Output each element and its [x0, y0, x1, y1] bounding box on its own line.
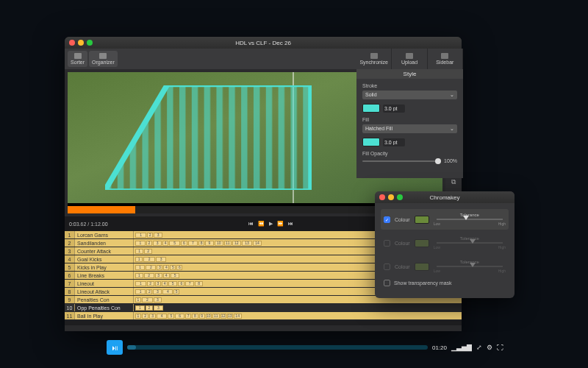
- colour-swatch[interactable]: [415, 216, 429, 224]
- enable-checkbox[interactable]: [384, 263, 390, 270]
- clip[interactable]: 1: [135, 289, 146, 294]
- clip[interactable]: 1: [135, 233, 146, 238]
- clip[interactable]: 3: [157, 265, 162, 270]
- row-label[interactable]: Goal Kicks: [75, 255, 134, 263]
- clip[interactable]: 2: [144, 249, 152, 254]
- clip[interactable]: 13: [242, 241, 252, 246]
- clip[interactable]: 2: [146, 265, 156, 270]
- close-icon[interactable]: [69, 40, 75, 46]
- tolerance-slider[interactable]: [437, 242, 503, 244]
- style-subtab[interactable]: Style: [356, 69, 463, 79]
- clip[interactable]: 3: [154, 297, 162, 302]
- fullscreen-icon[interactable]: ⤢: [476, 344, 482, 351]
- colour-swatch[interactable]: [415, 239, 429, 247]
- clip[interactable]: 6: [176, 265, 182, 270]
- row-track[interactable]: 1234567891011121314: [134, 312, 462, 319]
- row-label[interactable]: Counter Attack: [75, 247, 134, 255]
- stroke-mode-select[interactable]: Solid: [362, 91, 457, 99]
- clip[interactable]: 2: [144, 273, 154, 278]
- row-label[interactable]: Opp Penalties Con: [75, 304, 134, 311]
- clip[interactable]: 2: [146, 289, 152, 294]
- clip[interactable]: 13: [227, 314, 233, 319]
- clip[interactable]: 1: [135, 249, 143, 254]
- clip[interactable]: 1: [135, 305, 145, 311]
- clip[interactable]: 4: [163, 273, 170, 278]
- row-label[interactable]: Kicks in Play: [75, 263, 134, 271]
- clip[interactable]: 3: [149, 314, 156, 319]
- clip[interactable]: 5: [170, 265, 176, 270]
- enable-checkbox[interactable]: [384, 240, 390, 247]
- clip[interactable]: 5: [168, 314, 174, 319]
- fill-width-input[interactable]: [383, 138, 405, 146]
- upload-tab[interactable]: Upload: [392, 49, 427, 69]
- zoom-icon[interactable]: [87, 40, 93, 46]
- stroke-width-input[interactable]: [383, 105, 405, 113]
- row-label[interactable]: Lineout: [75, 280, 134, 287]
- row-label[interactable]: Lorcan Gams: [75, 231, 134, 238]
- clip[interactable]: 4: [162, 289, 173, 294]
- sorter-button[interactable]: Sorter: [68, 51, 87, 67]
- clip[interactable]: 6: [181, 241, 187, 246]
- annotation-polygon[interactable]: [105, 85, 312, 190]
- clip[interactable]: 12: [220, 314, 226, 319]
- close-icon[interactable]: [379, 194, 385, 200]
- clip[interactable]: 4: [162, 281, 168, 286]
- clip[interactable]: 3: [154, 233, 162, 238]
- clip[interactable]: 4: [163, 265, 169, 270]
- clip[interactable]: 3: [155, 273, 162, 278]
- clip[interactable]: 4: [162, 241, 168, 246]
- timeline-row[interactable]: 10Opp Penalties Con123: [65, 304, 462, 312]
- clip[interactable]: 8: [198, 241, 204, 246]
- minimize-icon[interactable]: [388, 194, 394, 200]
- clip[interactable]: 3: [154, 305, 162, 311]
- clip[interactable]: 10: [206, 314, 212, 319]
- clip[interactable]: 9: [199, 314, 205, 319]
- stroke-color-swatch[interactable]: [362, 104, 380, 113]
- timeline-row[interactable]: 11Ball In Play1234567891011121314: [65, 312, 462, 320]
- clip[interactable]: 2: [143, 257, 155, 262]
- row-label[interactable]: Ball In Play: [75, 312, 134, 319]
- clip[interactable]: 10: [215, 241, 223, 246]
- play-button[interactable]: ▶: [269, 221, 273, 227]
- clip[interactable]: 1: [135, 314, 141, 319]
- clip[interactable]: 6: [175, 314, 184, 319]
- clip[interactable]: 7: [185, 281, 194, 286]
- organizer-button[interactable]: Organizer: [89, 51, 118, 67]
- fill-color-swatch[interactable]: [362, 138, 380, 146]
- titlebar[interactable]: HDL vs CLF - Dec 26: [65, 37, 462, 49]
- row-track[interactable]: 123: [134, 304, 462, 311]
- skip-fwd-button[interactable]: ⏭: [288, 221, 293, 227]
- clip[interactable]: 3: [153, 241, 162, 246]
- clip[interactable]: 3: [155, 281, 162, 286]
- enable-checkbox[interactable]: ✓: [384, 216, 390, 223]
- clip[interactable]: 1: [135, 241, 146, 246]
- clip[interactable]: 5: [171, 273, 180, 278]
- synchronize-tab[interactable]: Synchronize: [356, 49, 392, 69]
- zoom-icon[interactable]: [397, 194, 403, 200]
- clip[interactable]: 5: [168, 281, 177, 286]
- clip[interactable]: 14: [234, 314, 242, 319]
- clip[interactable]: 1: [135, 273, 143, 278]
- clip[interactable]: 8: [195, 281, 203, 286]
- clip[interactable]: 9: [205, 241, 214, 246]
- clip[interactable]: 1: [135, 281, 146, 286]
- clip[interactable]: 1: [135, 265, 145, 270]
- colour-swatch[interactable]: [415, 263, 429, 271]
- clip[interactable]: 1: [135, 257, 143, 262]
- crop-tool-icon[interactable]: ⧉: [448, 177, 459, 187]
- clip[interactable]: 2: [147, 233, 153, 238]
- row-label[interactable]: Lineout Attack: [75, 288, 134, 295]
- clip[interactable]: 2: [147, 281, 154, 286]
- sidebar-tab[interactable]: Sidebar: [428, 49, 463, 69]
- clip[interactable]: 3: [156, 257, 166, 262]
- clip[interactable]: 3: [153, 289, 162, 294]
- clip[interactable]: 2: [146, 241, 152, 246]
- clip[interactable]: 12: [232, 241, 241, 246]
- os-progress-track[interactable]: [127, 345, 428, 350]
- clip[interactable]: 2: [142, 314, 148, 319]
- minimize-icon[interactable]: [78, 40, 84, 46]
- expand-icon[interactable]: ⛶: [497, 344, 503, 351]
- clip[interactable]: 11: [212, 314, 220, 319]
- clip[interactable]: 8: [192, 314, 198, 319]
- row-label[interactable]: Penalties Con: [75, 296, 134, 303]
